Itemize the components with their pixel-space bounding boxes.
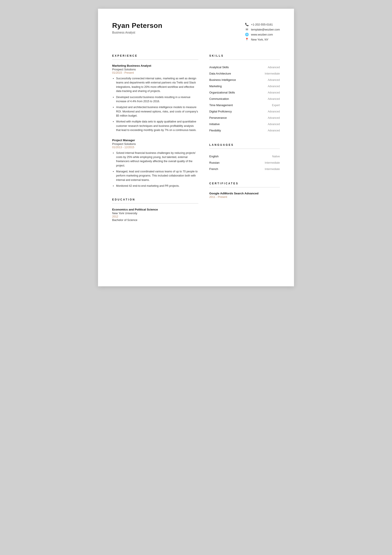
skill-level: Advanced <box>268 66 280 69</box>
language-name: Russian <box>209 161 220 164</box>
language-row: FrenchIntermediate <box>209 166 280 172</box>
cert-dates: 2011 - Present <box>209 196 280 198</box>
experience-title: EXPERIENCE <box>112 54 198 57</box>
email-text: template@wozber.com <box>251 28 280 31</box>
language-name: French <box>209 167 218 171</box>
right-column: SKILLS Analytical SkillsAdvancedData Arc… <box>209 54 280 231</box>
skill-row: Time ManagementExpert <box>209 102 280 108</box>
certificates-title: CERTIFICATES <box>209 182 280 185</box>
job-bullets: Successfully connected internal sales, m… <box>112 76 198 132</box>
language-row: EnglishNative <box>209 153 280 160</box>
list-item: Solved internal financial business chall… <box>112 151 198 168</box>
skill-row: Organizational SkillsAdvanced <box>209 89 280 96</box>
education-entries: Economics and Political ScienceNew York … <box>112 208 198 222</box>
list-item: Monitored 42 end-to-end marketing and PR… <box>112 184 198 188</box>
skill-level: Advanced <box>268 123 280 126</box>
certificates-divider <box>209 187 280 187</box>
education-section: EDUCATION Economics and Political Scienc… <box>112 198 198 222</box>
language-level: Intermediate <box>265 168 280 171</box>
skill-name: Time Management <box>209 103 233 107</box>
skill-level: Intermediate <box>265 72 280 75</box>
job-bullets: Solved internal financial business chall… <box>112 151 198 188</box>
location-icon: 📍 <box>245 38 249 41</box>
skill-level: Advanced <box>268 129 280 132</box>
skill-name: Data Architecture <box>209 72 231 75</box>
skill-name: Organizational Skills <box>209 91 235 94</box>
skill-name: Business Intelligence <box>209 78 236 81</box>
skill-level: Advanced <box>268 79 280 81</box>
two-column-layout: EXPERIENCE Marketing Business AnalystPro… <box>112 54 280 231</box>
contact-website: 🌐 www.wozber.com <box>245 33 280 36</box>
skill-name: Analytical Skills <box>209 66 229 69</box>
skill-level: Expert <box>272 104 280 107</box>
language-level: Intermediate <box>265 161 280 164</box>
languages-divider <box>209 149 280 149</box>
experience-divider <box>112 59 198 60</box>
left-column: EXPERIENCE Marketing Business AnalystPro… <box>112 54 198 231</box>
skills-divider <box>209 59 280 60</box>
phone-icon: 📞 <box>245 23 249 26</box>
list-item: Analyzed and architected business intell… <box>112 105 198 118</box>
contact-info: 📞 +1-202-555-0161 ✉ template@wozber.com … <box>245 23 280 41</box>
skill-level: Advanced <box>268 97 280 101</box>
languages-title: LANGUAGES <box>209 143 280 146</box>
skill-row: FlexibilityAdvanced <box>209 127 280 134</box>
contact-location: 📍 New York, NY <box>245 38 280 41</box>
resume-page: Ryan Peterson Business Analyst 📞 +1-202-… <box>98 9 294 286</box>
email-icon: ✉ <box>245 28 249 31</box>
skill-row: Business IntelligenceAdvanced <box>209 77 280 83</box>
skill-name: Initiative <box>209 123 220 126</box>
edu-type: Bachelor of Science <box>112 218 198 222</box>
edu-school: New York University <box>112 212 198 215</box>
header-left: Ryan Peterson Business Analyst <box>112 22 163 34</box>
website-icon: 🌐 <box>245 33 249 36</box>
skill-row: MarketingAdvanced <box>209 83 280 89</box>
languages-section: LANGUAGES EnglishNativeRussianIntermedia… <box>209 143 280 172</box>
edu-degree: Economics and Political Science <box>112 208 198 211</box>
skill-level: Advanced <box>268 110 280 113</box>
skill-row: Analytical SkillsAdvanced <box>209 64 280 70</box>
skills-section: SKILLS Analytical SkillsAdvancedData Arc… <box>209 54 280 134</box>
skill-row: PerseveranceAdvanced <box>209 115 280 121</box>
header: Ryan Peterson Business Analyst 📞 +1-202-… <box>112 22 280 41</box>
list-item: Managed, lead and coordinated various te… <box>112 169 198 182</box>
education-divider <box>112 203 198 204</box>
list-item: Developed successful business models res… <box>112 95 198 104</box>
experience-section: EXPERIENCE Marketing Business AnalystPro… <box>112 54 198 188</box>
skill-name: Marketing <box>209 85 222 88</box>
education-entry: Economics and Political ScienceNew York … <box>112 208 198 222</box>
skill-row: Data ArchitectureIntermediate <box>209 70 280 77</box>
skill-row: Digital ProficiencyAdvanced <box>209 108 280 115</box>
skill-name: Flexibility <box>209 129 221 132</box>
skills-title: SKILLS <box>209 54 280 57</box>
language-name: English <box>209 155 219 158</box>
job-company: Prospect Solutions <box>112 68 198 71</box>
skill-name: Communication <box>209 97 229 101</box>
skill-level: Advanced <box>268 85 280 88</box>
contact-email: ✉ template@wozber.com <box>245 28 280 31</box>
list-item: Worked with multiple data sets to apply … <box>112 120 198 132</box>
job-dates: 01/2013 - 12/2015 <box>112 146 198 149</box>
job-company: Prospect Solutions <box>112 142 198 146</box>
job-entry: Project ManagerProspect Solutions01/2013… <box>112 139 198 188</box>
certificate-entry: Google AdWords Search Advanced2011 - Pre… <box>209 192 280 198</box>
skill-name: Digital Proficiency <box>209 110 232 113</box>
phone-text: +1-202-555-0161 <box>251 23 273 26</box>
experience-jobs: Marketing Business AnalystProspect Solut… <box>112 64 198 188</box>
website-text: www.wozber.com <box>251 33 273 36</box>
skill-level: Advanced <box>268 91 280 94</box>
certificates-list: Google AdWords Search Advanced2011 - Pre… <box>209 192 280 198</box>
language-level: Native <box>272 155 280 158</box>
job-dates: 01/2015 - Present <box>112 71 198 74</box>
job-title: Marketing Business Analyst <box>112 64 198 67</box>
skill-level: Advanced <box>268 116 280 119</box>
location-text: New York, NY <box>251 38 269 41</box>
job-title: Project Manager <box>112 139 198 142</box>
skill-row: InitiativeAdvanced <box>209 121 280 127</box>
languages-list: EnglishNativeRussianIntermediateFrenchIn… <box>209 153 280 172</box>
candidate-title: Business Analyst <box>112 31 163 34</box>
skill-row: CommunicationAdvanced <box>209 96 280 102</box>
skills-list: Analytical SkillsAdvancedData Architectu… <box>209 64 280 134</box>
certificates-section: CERTIFICATES Google AdWords Search Advan… <box>209 182 280 198</box>
contact-phone: 📞 +1-202-555-0161 <box>245 23 280 26</box>
